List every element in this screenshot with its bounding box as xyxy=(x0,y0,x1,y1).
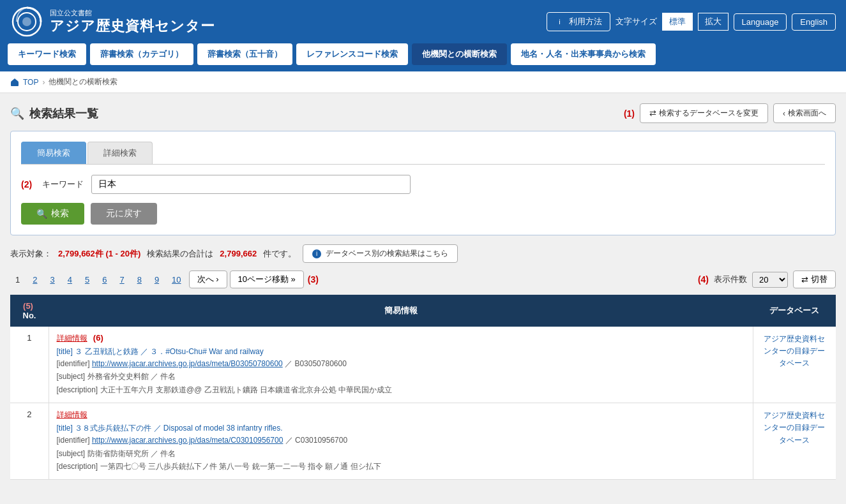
page-3[interactable]: 3 xyxy=(45,272,59,287)
detail-link-1[interactable]: 詳細情報 xyxy=(57,334,87,343)
jump-10-button[interactable]: 10ページ移動 » xyxy=(230,271,304,288)
page-10[interactable]: 10 xyxy=(167,272,186,287)
row-2-description: [description] 一第四七〇号 三八歩兵銃払下ノ件 第八一号 銃一第一… xyxy=(57,460,745,473)
pagination-row: 1 2 3 4 5 6 7 8 9 10 次へ › 10ページ移動 » (3) … xyxy=(10,271,836,288)
nav-tabs: キーワード検索 辞書検索（カテゴリ） 辞書検索（五十音） レファレンスコード検索… xyxy=(0,43,846,71)
back-icon: ‹ xyxy=(783,109,785,118)
page-4[interactable]: 4 xyxy=(63,272,77,287)
per-page-select[interactable]: 20 50 100 xyxy=(752,272,788,288)
search-tabs: 簡易検索 詳細検索 xyxy=(21,142,825,165)
home-icon xyxy=(10,78,19,87)
tab-advanced-search[interactable]: 詳細検索 xyxy=(87,142,153,164)
language-button[interactable]: Language xyxy=(734,13,787,31)
page-6[interactable]: 6 xyxy=(97,272,112,287)
row-1-subject: [subject] 外務省外交史料館 ／ 件名 xyxy=(57,370,745,383)
row-2-title: [title] ３８式歩兵銃払下の件 ／ Disposal of model 3… xyxy=(57,423,745,434)
page-5[interactable]: 5 xyxy=(80,272,94,287)
row-2-url[interactable]: http://www.jacar.archives.go.jp/das/meta… xyxy=(92,436,283,445)
row-2-identifier: [identifier] http://www.jacar.archives.g… xyxy=(57,434,745,447)
info-icon: i xyxy=(555,17,565,27)
tab-reference[interactable]: レファレンスコード検索 xyxy=(296,43,408,65)
search-buttons: 🔍 検索 元に戻す xyxy=(21,203,825,225)
change-db-button[interactable]: ⇄ 検索するデータベースを変更 xyxy=(640,103,768,123)
font-standard-button[interactable]: 標準 xyxy=(662,13,693,31)
row-2-db: アジア歴史資料センターの目録データベース xyxy=(753,403,836,480)
page-9[interactable]: 9 xyxy=(149,272,164,287)
page-2[interactable]: 2 xyxy=(27,272,42,287)
col-header-db: データベース xyxy=(753,295,836,327)
logo-icon xyxy=(10,5,43,38)
pagination-right: (4) 表示件数 20 50 100 ⇄ 切替 xyxy=(698,271,836,288)
row-2-db-link[interactable]: アジア歴史資料センターの目録データベース xyxy=(764,411,825,444)
switch-button[interactable]: ⇄ 切替 xyxy=(793,271,836,288)
svg-point-2 xyxy=(22,17,31,26)
reset-button[interactable]: 元に戻す xyxy=(91,203,157,225)
keyword-input[interactable] xyxy=(91,175,411,194)
next-button[interactable]: 次へ › xyxy=(189,271,227,288)
search-btn-icon: 🔍 xyxy=(36,209,47,219)
row-1-db: アジア歴史資料センターの目録データベース xyxy=(753,327,836,403)
search-button[interactable]: 🔍 検索 xyxy=(21,203,84,225)
page-8[interactable]: 8 xyxy=(132,272,147,287)
table-row: 1 詳細情報 (6) [title] ３ 乙丑戦乱と鉄路 ／ ３．#Otsu-C… xyxy=(10,327,836,403)
row-1-db-link[interactable]: アジア歴史資料センターの目録データベース xyxy=(764,334,825,367)
svg-rect-3 xyxy=(11,82,19,86)
svg-marker-4 xyxy=(11,78,19,82)
row-1-no: 1 xyxy=(10,327,49,403)
row-1-description: [description] 大正十五年六月 支那鉄道@@ 乙丑戦乱ト鑛路 日本鑛… xyxy=(57,383,745,396)
switch-icon: ⇄ xyxy=(801,275,808,285)
header-right: i 利用方法 文字サイズ 標準 拡大 Language English xyxy=(547,12,836,31)
tab-cross-search[interactable]: 他機関との横断検索 xyxy=(412,43,507,65)
refresh-icon: ⇄ xyxy=(649,108,656,118)
breadcrumb-top[interactable]: TOP xyxy=(23,78,38,87)
tab-keyword[interactable]: キーワード検索 xyxy=(8,43,86,65)
results-header: 🔍 検索結果一覧 (1) ⇄ 検索するデータベースを変更 ‹ 検索画面へ xyxy=(10,103,836,123)
search-icon-title: 🔍 xyxy=(10,107,24,121)
row-2-subject: [subject] 防衛省防衛研究所 ／ 件名 xyxy=(57,447,745,460)
page-7[interactable]: 7 xyxy=(114,272,129,287)
breadcrumb-current: 他機関との横断検索 xyxy=(49,77,117,87)
tab-dict-category[interactable]: 辞書検索（カテゴリ） xyxy=(90,43,193,65)
col-header-info: 簡易情報 xyxy=(49,295,753,327)
main-content: 🔍 検索結果一覧 (1) ⇄ 検索するデータベースを変更 ‹ 検索画面へ 簡易検… xyxy=(0,93,846,490)
tab-dict-gojuon[interactable]: 辞書検索（五十音） xyxy=(197,43,292,65)
results-actions: (1) ⇄ 検索するデータベースを変更 ‹ 検索画面へ xyxy=(624,103,836,123)
search-box-container: 簡易検索 詳細検索 (2) キーワード 🔍 検索 元に戻す xyxy=(10,131,836,235)
header: 国立公文書館 アジア歴史資料センター i 利用方法 文字サイズ 標準 拡大 La… xyxy=(0,0,846,43)
table-row: 2 詳細情報 [title] ３８式歩兵銃払下の件 ／ Disposal of … xyxy=(10,403,836,480)
results-summary: 表示対象： 2,799,662件 (1 - 20件) 検索結果の合計は 2,79… xyxy=(10,244,836,263)
pagination: 1 2 3 4 5 6 7 8 9 10 次へ › 10ページ移動 » xyxy=(10,271,304,288)
tab-simple-search[interactable]: 簡易検索 xyxy=(21,142,86,164)
info-icon-btn: i xyxy=(312,249,321,258)
logo-text: 国立公文書館 アジア歴史資料センター xyxy=(50,8,215,36)
detail-link-2[interactable]: 詳細情報 xyxy=(57,410,87,419)
logo-area: 国立公文書館 アジア歴史資料センター xyxy=(10,5,215,38)
breadcrumb: TOP › 他機関との横断検索 xyxy=(0,71,846,93)
row-1-info: 詳細情報 (6) [title] ３ 乙丑戦乱と鉄路 ／ ３．#Otsu-Chu… xyxy=(49,327,753,403)
row-1-identifier: [identifier] http://www.jacar.archives.g… xyxy=(57,357,745,370)
row-2-info: 詳細情報 [title] ３８式歩兵銃払下の件 ／ Disposal of mo… xyxy=(49,403,753,480)
english-button[interactable]: English xyxy=(792,13,836,31)
results-title: 🔍 検索結果一覧 xyxy=(10,106,98,121)
help-button[interactable]: i 利用方法 xyxy=(547,12,610,31)
db-results-button[interactable]: i データベース別の検索結果はこちら xyxy=(303,244,458,263)
tab-dictionary[interactable]: 地名・人名・出来事事典から検索 xyxy=(511,43,656,65)
font-large-button[interactable]: 拡大 xyxy=(698,13,729,31)
row-1-title: [title] ３ 乙丑戦乱と鉄路 ／ ３．#Otsu-Chu# War and… xyxy=(57,346,745,357)
row-2-no: 2 xyxy=(10,403,49,480)
page-1[interactable]: 1 xyxy=(10,272,25,287)
col-header-no: (5) No. xyxy=(10,295,49,327)
back-button[interactable]: ‹ 検索画面へ xyxy=(773,103,836,123)
results-table: (5) No. 簡易情報 データベース 1 詳細情報 (6) [title] ３… xyxy=(10,295,836,480)
row-1-url[interactable]: http://www.jacar.archives.go.jp/das/meta… xyxy=(92,359,283,368)
search-field-row: (2) キーワード xyxy=(21,175,825,194)
